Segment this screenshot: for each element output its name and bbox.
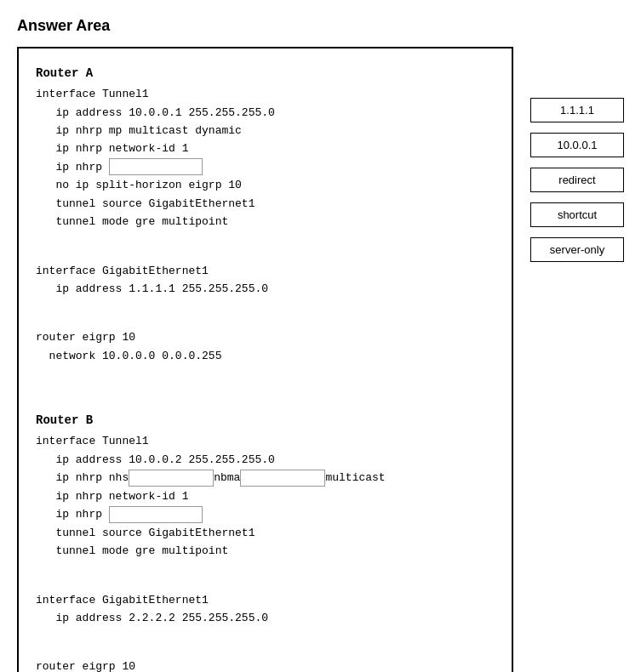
router-b-nhs-input[interactable] — [129, 470, 214, 487]
router-a-gige-line-2: ip address 1.1.1.1 255.255.255.0 — [36, 280, 495, 298]
router-a-eigrp-section: router eigrp 10 network 10.0.0.0 0.0.0.2… — [36, 328, 495, 365]
router-b-gige-section: interface GigabitEthernet1 ip address 2.… — [36, 591, 495, 628]
router-b-gige-line-1: interface GigabitEthernet1 — [36, 591, 495, 609]
router-b-line-6: tunnel source GigabitEthernet1 — [36, 524, 495, 542]
option-1-1-1-1[interactable]: 1.1.1.1 — [530, 98, 624, 122]
router-b-eigrp-line-1: router eigrp 10 — [36, 658, 495, 672]
router-b-line-3: ip nhrp nhsnbmamulticast — [36, 469, 495, 487]
router-a-gige-section: interface GigabitEthernet1 ip address 1.… — [36, 262, 495, 299]
router-b-line-5: ip nhrp — [36, 505, 495, 523]
router-a-line-8: tunnel mode gre multipoint — [36, 213, 495, 231]
router-a-section: Router A interface Tunnel1 ip address 10… — [36, 64, 495, 231]
option-10-0-0-1[interactable]: 10.0.0.1 — [530, 133, 624, 157]
router-b-nbma-input[interactable] — [240, 470, 325, 487]
router-a-line-4: ip nhrp network-id 1 — [36, 140, 495, 157]
router-b-section: Router B interface Tunnel1 ip address 10… — [36, 411, 495, 560]
router-a-nhrp-input[interactable] — [109, 158, 203, 175]
option-redirect[interactable]: redirect — [530, 168, 624, 192]
router-b-header: Router B — [36, 411, 495, 430]
router-a-line-5: ip nhrp — [36, 158, 495, 176]
router-a-line-3: ip nhrp mp multicast dynamic — [36, 122, 495, 140]
router-b-line-2: ip address 10.0.0.2 255.255.255.0 — [36, 451, 495, 469]
router-b-line-4: ip nhrp network-id 1 — [36, 487, 495, 505]
option-server-only[interactable]: server-only — [530, 237, 624, 262]
router-b-nhrp-input[interactable] — [109, 506, 203, 523]
router-a-gige-line-1: interface GigabitEthernet1 — [36, 262, 495, 280]
router-a-header: Router A — [36, 64, 495, 83]
router-a-line-2: ip address 10.0.0.1 255.255.255.0 — [36, 104, 495, 122]
router-a-line-1: interface Tunnel1 — [36, 85, 495, 103]
router-b-gige-line-2: ip address 2.2.2.2 255.255.255.0 — [36, 609, 495, 627]
router-b-line-7: tunnel mode gre multipoint — [36, 542, 495, 560]
router-b-line-1: interface Tunnel1 — [36, 432, 495, 450]
router-b-eigrp-section: router eigrp 10 network 10.0.0.0 0.0.0.2… — [36, 658, 495, 672]
side-options-panel: 1.1.1.1 10.0.0.1 redirect shortcut serve… — [530, 47, 624, 262]
page-title: Answer Area — [17, 17, 624, 35]
router-a-eigrp-line-2: network 10.0.0.0 0.0.0.255 — [36, 347, 495, 365]
router-a-line-6: no ip split-horizon eigrp 10 — [36, 176, 495, 194]
router-a-eigrp-line-1: router eigrp 10 — [36, 328, 495, 346]
answer-box: Router A interface Tunnel1 ip address 10… — [17, 47, 513, 672]
option-shortcut[interactable]: shortcut — [530, 202, 624, 227]
router-a-line-7: tunnel source GigabitEthernet1 — [36, 195, 495, 213]
